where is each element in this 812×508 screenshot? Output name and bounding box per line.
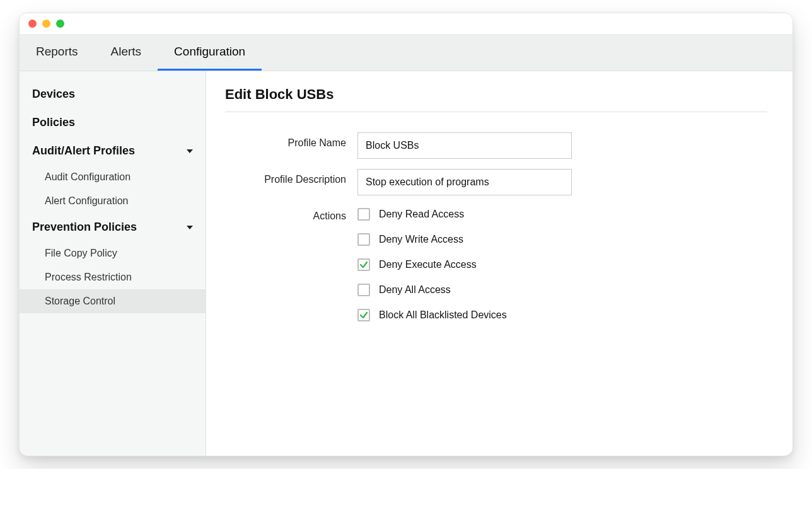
action-deny-all-access: Deny All Access: [357, 284, 572, 296]
actions-list: Deny Read Access Deny Write Access: [357, 205, 572, 321]
chevron-down-icon: [187, 149, 193, 153]
action-deny-read-access: Deny Read Access: [357, 208, 572, 221]
edit-profile-form: Profile Name Profile Description Actions: [225, 127, 572, 326]
maximize-window-icon[interactable]: [56, 20, 64, 28]
action-deny-execute-access: Deny Execute Access: [357, 258, 572, 271]
tab-configuration[interactable]: Configuration: [158, 35, 262, 71]
window-controls: [28, 20, 64, 28]
profile-name-input[interactable]: [357, 132, 572, 159]
sidebar-item-alert-configuration[interactable]: Alert Configuration: [20, 189, 206, 213]
sidebar-item-file-copy-policy[interactable]: File Copy Policy: [20, 241, 206, 265]
action-deny-write-access: Deny Write Access: [357, 233, 572, 246]
sidebar-item-devices[interactable]: Devices: [20, 80, 206, 108]
sidebar-item-audit-configuration[interactable]: Audit Configuration: [20, 165, 206, 189]
action-block-all-blacklisted-devices: Block All Blacklisted Devices: [357, 309, 572, 321]
checkbox-deny-read-access[interactable]: [357, 208, 370, 221]
page-title: Edit Block USBs: [225, 84, 767, 112]
profile-description-input[interactable]: [357, 169, 572, 195]
close-window-icon[interactable]: [28, 20, 37, 28]
action-label: Block All Blacklisted Devices: [379, 309, 507, 321]
profile-description-label: Profile Description: [225, 164, 357, 200]
sidebar-group-prevention-policies[interactable]: Prevention Policies: [20, 213, 206, 241]
checkbox-deny-write-access[interactable]: [357, 233, 370, 246]
sidebar-item-policies[interactable]: Policies: [20, 108, 206, 137]
check-icon: [359, 260, 368, 269]
actions-label: Actions: [225, 200, 357, 326]
tab-reports[interactable]: Reports: [20, 35, 95, 71]
check-icon: [359, 311, 368, 320]
sidebar-item-process-restriction[interactable]: Process Restriction: [20, 265, 206, 289]
chevron-down-icon: [187, 226, 193, 229]
checkbox-deny-all-access[interactable]: [357, 284, 370, 296]
sidebar-item-storage-control[interactable]: Storage Control: [20, 289, 206, 313]
sidebar-group-label: Prevention Policies: [32, 221, 137, 234]
titlebar: [20, 13, 792, 35]
checkbox-deny-execute-access[interactable]: [357, 258, 370, 271]
action-label: Deny Execute Access: [379, 259, 477, 270]
sidebar: Devices Policies Audit/Alert Profiles Au…: [20, 71, 206, 456]
body: Devices Policies Audit/Alert Profiles Au…: [20, 71, 792, 456]
app-window: Reports Alerts Configuration Devices Pol…: [19, 13, 793, 456]
action-label: Deny Read Access: [379, 209, 464, 220]
sidebar-group-label: Audit/Alert Profiles: [32, 144, 135, 158]
action-label: Deny Write Access: [379, 234, 463, 245]
profile-name-label: Profile Name: [225, 127, 357, 164]
main-content: Edit Block USBs Profile Name Profile Des…: [206, 71, 792, 456]
top-nav: Reports Alerts Configuration: [20, 35, 792, 71]
tab-alerts[interactable]: Alerts: [95, 35, 158, 71]
minimize-window-icon[interactable]: [42, 20, 50, 28]
checkbox-block-all-blacklisted-devices[interactable]: [357, 309, 370, 321]
action-label: Deny All Access: [379, 284, 451, 296]
sidebar-group-audit-alert-profiles[interactable]: Audit/Alert Profiles: [20, 137, 206, 165]
